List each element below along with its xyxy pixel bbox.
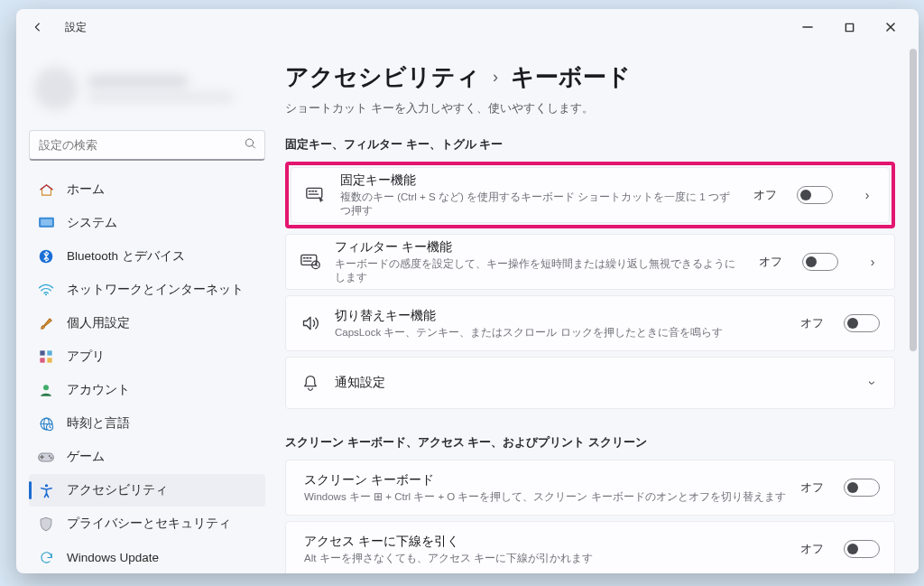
sidebar-item-gaming[interactable]: ゲーム — [29, 441, 265, 473]
bluetooth-icon — [38, 248, 54, 265]
avatar — [34, 67, 78, 110]
toggle-switch[interactable] — [844, 479, 880, 497]
content-pane: アクセシビリティ › キーボード ショートカット キーを入力しやすく、使いやすく… — [278, 45, 919, 573]
svg-point-16 — [51, 457, 52, 459]
sidebar-item-label: Bluetooth とデバイス — [67, 248, 185, 265]
toggle-state-label: オフ — [800, 480, 824, 496]
setting-title: フィルター キー機能 — [335, 239, 744, 256]
sidebar-item-privacy[interactable]: プライバシーとセキュリティ — [29, 507, 265, 540]
titlebar: 設定 — [16, 9, 919, 45]
sidebar: ホーム システム Bluetooth とデバイス ネットワークとインターネット … — [16, 45, 278, 573]
sidebar-item-label: アプリ — [67, 349, 105, 365]
home-icon — [38, 181, 54, 198]
setting-row-sticky-keys[interactable]: 固定キー機能 複数のキー (Ctrl + S など) を使用するキーボード ショ… — [291, 167, 890, 223]
setting-desc: CapsLock キー、テンキー、またはスクロール ロックを押したときに音を鳴ら… — [335, 326, 786, 340]
settings-window: 設定 ホーム — [16, 9, 919, 573]
system-icon — [38, 215, 54, 231]
keyboard-clock-icon — [300, 252, 320, 272]
minimize-button[interactable] — [787, 13, 828, 42]
apps-icon — [38, 349, 54, 365]
breadcrumb-parent[interactable]: アクセシビリティ — [285, 61, 480, 93]
close-button[interactable] — [870, 13, 911, 42]
sidebar-item-apps[interactable]: アプリ — [29, 340, 265, 373]
sidebar-item-accounts[interactable]: アカウント — [29, 374, 265, 406]
setting-desc: Windows キー ⊞ + Ctrl キー + O キーを押して、スクリーン … — [304, 490, 786, 504]
sidebar-item-bluetooth[interactable]: Bluetooth とデバイス — [29, 240, 265, 273]
setting-texts: 切り替えキー機能 CapsLock キー、テンキー、またはスクロール ロックを押… — [335, 308, 786, 340]
chevron-right-icon: › — [493, 68, 498, 87]
sidebar-item-network[interactable]: ネットワークとインターネット — [29, 274, 265, 306]
toggle-switch[interactable] — [802, 253, 838, 271]
chevron-right-icon[interactable]: › — [865, 255, 880, 269]
setting-desc: キーボードの感度を設定して、キー操作を短時間または繰り返し無視できるようにします — [335, 257, 744, 284]
toggle-state-label: オフ — [759, 255, 782, 270]
toggle-state-label: オフ — [800, 316, 824, 331]
sidebar-item-time-language[interactable]: 時刻と言語 — [29, 407, 265, 440]
svg-rect-7 — [47, 350, 51, 355]
sidebar-item-label: システム — [67, 215, 117, 231]
svg-rect-18 — [307, 188, 322, 198]
sidebar-item-label: 時刻と言語 — [67, 415, 130, 432]
setting-title: アクセス キーに下線を引く — [304, 534, 786, 550]
sidebar-item-accessibility[interactable]: アクセシビリティ — [29, 474, 265, 507]
toggle-switch[interactable] — [844, 314, 880, 332]
content-scrollbar[interactable] — [910, 49, 917, 570]
sidebar-nav: ホーム システム Bluetooth とデバイス ネットワークとインターネット … — [29, 173, 265, 573]
chevron-down-icon[interactable]: › — [865, 376, 880, 390]
setting-row-underline-access-keys[interactable]: アクセス キーに下線を引く Alt キーを押さなくても、アクセス キーに下線が引… — [285, 521, 895, 573]
body: ホーム システム Bluetooth とデバイス ネットワークとインターネット … — [16, 45, 919, 573]
sidebar-item-label: ゲーム — [67, 449, 105, 465]
svg-rect-9 — [47, 358, 51, 362]
back-button[interactable] — [23, 13, 52, 42]
toggle-switch[interactable] — [797, 186, 833, 204]
bell-icon — [300, 373, 320, 393]
toggle-state-label: オフ — [753, 188, 777, 203]
setting-row-osk[interactable]: スクリーン キーボード Windows キー ⊞ + Ctrl キー + O キ… — [285, 460, 895, 516]
setting-desc: Alt キーを押さなくても、アクセス キーに下線が引かれます — [304, 552, 786, 565]
chevron-right-icon[interactable]: › — [860, 188, 874, 202]
window-title: 設定 — [65, 20, 87, 35]
gaming-icon — [38, 449, 54, 465]
sidebar-item-personalization[interactable]: 個人用設定 — [29, 307, 265, 340]
accessibility-icon — [38, 482, 54, 498]
breadcrumb: アクセシビリティ › キーボード — [285, 61, 895, 93]
brush-icon — [38, 315, 54, 331]
search-box[interactable] — [29, 130, 265, 161]
scrollbar-thumb[interactable] — [910, 49, 917, 351]
setting-texts: 固定キー機能 複数のキー (Ctrl + S など) を使用するキーボード ショ… — [340, 172, 739, 218]
globe-icon — [38, 415, 54, 432]
setting-texts: スクリーン キーボード Windows キー ⊞ + Ctrl キー + O キ… — [304, 472, 786, 504]
search-input[interactable] — [39, 138, 236, 152]
toggle-state-label: オフ — [800, 542, 824, 557]
maximize-button[interactable] — [828, 13, 870, 42]
setting-title: 固定キー機能 — [340, 172, 739, 189]
setting-desc: 複数のキー (Ctrl + S など) を使用するキーボード ショートカットを一… — [340, 191, 739, 218]
sidebar-item-label: プライバシーとセキュリティ — [67, 516, 231, 532]
section-label-osk: スクリーン キーボード、アクセス キー、およびプリント スクリーン — [285, 434, 895, 451]
svg-rect-8 — [40, 358, 44, 362]
sidebar-item-system[interactable]: システム — [29, 207, 265, 239]
sidebar-item-windows-update[interactable]: Windows Update — [29, 541, 265, 573]
profile-text — [88, 75, 233, 102]
setting-title: 切り替えキー機能 — [335, 308, 786, 324]
setting-title: 通知設定 — [335, 375, 838, 391]
setting-row-filter-keys[interactable]: フィルター キー機能 キーボードの感度を設定して、キー操作を短時間または繰り返し… — [285, 234, 895, 290]
page-subheading: ショートカット キーを入力しやすく、使いやすくします。 — [285, 100, 895, 116]
svg-rect-19 — [301, 255, 317, 265]
sidebar-item-label: アクセシビリティ — [67, 482, 168, 498]
toggle-switch[interactable] — [844, 540, 880, 558]
update-icon — [38, 549, 54, 565]
svg-rect-6 — [40, 350, 44, 355]
search-icon — [244, 136, 257, 153]
profile-block[interactable] — [34, 63, 260, 114]
svg-point-15 — [49, 455, 51, 457]
setting-texts: アクセス キーに下線を引く Alt キーを押さなくても、アクセス キーに下線が引… — [304, 534, 786, 565]
sidebar-item-home[interactable]: ホーム — [29, 173, 265, 206]
svg-point-10 — [43, 385, 49, 390]
wifi-icon — [38, 282, 54, 298]
setting-texts: フィルター キー機能 キーボードの感度を設定して、キー操作を短時間または繰り返し… — [335, 239, 744, 284]
setting-row-notification[interactable]: 通知設定 › — [285, 357, 895, 409]
setting-row-toggle-keys[interactable]: 切り替えキー機能 CapsLock キー、テンキー、またはスクロール ロックを押… — [285, 295, 895, 351]
section-label-keys: 固定キー、フィルター キー、トグル キー — [285, 136, 895, 153]
sidebar-item-label: ネットワークとインターネット — [67, 282, 244, 298]
